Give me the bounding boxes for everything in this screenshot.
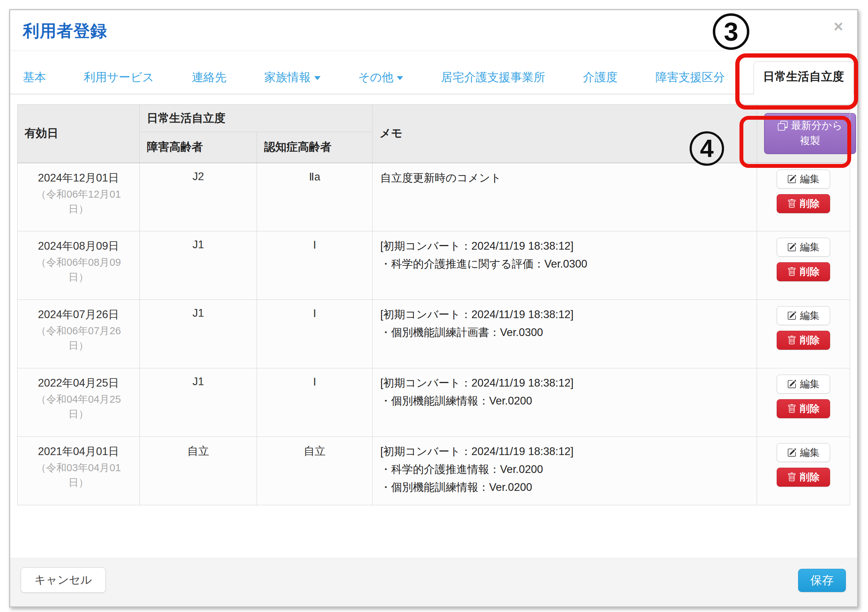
effective-date-cell: 2021年04月01日 （令和03年04月01日） xyxy=(17,437,140,505)
memo-line: 自立度更新時のコメント xyxy=(380,169,749,187)
dementia-elderly-cell: 自立 xyxy=(257,437,372,505)
edit-button[interactable]: 編集 xyxy=(777,375,830,394)
page-title: 利用者登録 xyxy=(23,20,845,42)
memo-line: [初期コンバート：2024/11/19 18:38:12] xyxy=(380,374,749,392)
delete-button[interactable]: 削除 xyxy=(777,331,830,350)
tab-family-info[interactable]: 家族情報 xyxy=(264,62,321,94)
col-header-disabled-elderly: 障害高齢者 xyxy=(140,132,257,163)
edit-button[interactable]: 編集 xyxy=(777,170,830,189)
tab-label: 居宅介護支援事業所 xyxy=(441,71,545,84)
trash-icon xyxy=(787,404,797,413)
cancel-button[interactable]: キャンセル xyxy=(21,567,106,593)
tab-label: 利用サービス xyxy=(84,71,154,84)
col-header-effective-date: 有効日 xyxy=(17,105,140,163)
tab-label: 障害支援区分 xyxy=(656,71,725,84)
close-icon[interactable]: × xyxy=(831,18,845,35)
edit-button-label: 編集 xyxy=(800,378,820,391)
effective-date-cell: 2022年04月25日 （令和04年04月25日） xyxy=(17,368,140,437)
actions-cell: 編集 削除 xyxy=(757,437,850,505)
memo-line: ・科学的介護推進情報：Ver.0200 xyxy=(380,460,749,478)
delete-button[interactable]: 削除 xyxy=(777,262,830,281)
memo-line: ・個別機能訓練計画書：Ver.0300 xyxy=(380,323,749,341)
disabled-elderly-cell: J1 xyxy=(140,231,257,300)
memo-line: ・個別機能訓練情報：Ver.0200 xyxy=(380,478,749,496)
tab-bar: 基本 利用サービス 連絡先 家族情報 その他 居宅介護支援事業所 介護度 障害支… xyxy=(10,62,857,95)
col-header-memo: メモ xyxy=(372,105,757,163)
user-registration-modal: 利用者登録 × 基本 利用サービス 連絡先 家族情報 その他 居宅介護支援事業所… xyxy=(9,9,858,607)
edit-icon xyxy=(787,243,797,252)
tab-services[interactable]: 利用サービス xyxy=(84,62,154,94)
tab-label: 基本 xyxy=(23,71,46,84)
tab-care-level[interactable]: 介護度 xyxy=(583,62,618,94)
tab-label: 家族情報 xyxy=(264,71,311,84)
trash-icon xyxy=(787,267,797,276)
disabled-elderly-cell: J2 xyxy=(140,163,257,231)
trash-icon xyxy=(787,199,797,208)
memo-cell: 自立度更新時のコメント xyxy=(372,163,757,231)
tab-basic[interactable]: 基本 xyxy=(23,62,46,94)
copy-icon xyxy=(778,121,787,131)
effective-date-cell: 2024年12月01日 （令和06年12月01日） xyxy=(17,163,140,231)
caret-down-icon xyxy=(397,76,403,80)
memo-line: [初期コンバート：2024/11/19 18:38:12] xyxy=(380,442,749,460)
tab-daily-life-independence[interactable]: 日常生活自立度 xyxy=(753,62,854,95)
delete-button[interactable]: 削除 xyxy=(777,468,830,487)
tab-contacts[interactable]: 連絡先 xyxy=(192,62,226,94)
disabled-elderly-cell: J1 xyxy=(140,368,257,437)
col-header-dementia-elderly: 認知症高齢者 xyxy=(257,132,372,163)
copy-from-latest-button[interactable]: 最新分から 複製 xyxy=(764,113,856,154)
actions-cell: 編集 削除 xyxy=(757,231,850,300)
table-row: 2022年04月25日 （令和04年04月25日） J1 Ⅰ [初期コンバート：… xyxy=(17,368,850,437)
effective-date-cell: 2024年08月09日 （令和06年08月09日） xyxy=(17,231,140,300)
dementia-elderly-cell: Ⅰ xyxy=(257,368,372,437)
delete-button[interactable]: 削除 xyxy=(777,194,830,213)
caret-down-icon xyxy=(314,76,321,80)
delete-button[interactable]: 削除 xyxy=(777,399,830,418)
edit-icon xyxy=(787,448,797,457)
edit-icon xyxy=(787,311,797,320)
disabled-elderly-cell: 自立 xyxy=(140,437,257,505)
save-button[interactable]: 保存 xyxy=(798,569,846,592)
table-row: 2021年04月01日 （令和03年04月01日） 自立 自立 [初期コンバート… xyxy=(17,437,850,505)
table-row: 2024年07月26日 （令和06年07月26日） J1 Ⅰ [初期コンバート：… xyxy=(17,300,850,368)
date-wareki: （令和06年12月01日） xyxy=(18,187,139,216)
trash-icon xyxy=(787,473,797,482)
col-header-group: 日常生活自立度 xyxy=(140,105,372,132)
date-wareki: （令和06年07月26日） xyxy=(18,323,139,353)
date-wareki: （令和04年04月25日） xyxy=(18,392,139,421)
memo-line: [初期コンバート：2024/11/19 18:38:12] xyxy=(380,305,749,323)
tab-home-care-support-office[interactable]: 居宅介護支援事業所 xyxy=(441,62,545,94)
memo-cell: [初期コンバート：2024/11/19 18:38:12] ・科学的介護推進に関… xyxy=(372,231,757,300)
modal-header: 利用者登録 × xyxy=(10,10,857,51)
table-row: 2024年08月09日 （令和06年08月09日） J1 Ⅰ [初期コンバート：… xyxy=(17,231,850,300)
edit-button-label: 編集 xyxy=(800,172,820,186)
date-wareki: （令和03年04月01日） xyxy=(18,460,139,490)
edit-button[interactable]: 編集 xyxy=(777,443,830,462)
memo-line: [初期コンバート：2024/11/19 18:38:12] xyxy=(380,237,749,255)
dementia-elderly-cell: Ⅱa xyxy=(257,163,372,231)
effective-date-cell: 2024年07月26日 （令和06年07月26日） xyxy=(17,300,140,368)
tab-others[interactable]: その他 xyxy=(358,62,403,94)
tab-label: 介護度 xyxy=(583,71,618,84)
edit-button[interactable]: 編集 xyxy=(777,238,830,257)
delete-button-label: 削除 xyxy=(800,333,820,347)
date-western: 2024年08月09日 xyxy=(18,239,139,254)
tab-disability-support-category[interactable]: 障害支援区分 xyxy=(656,62,725,94)
tab-label: 日常生活自立度 xyxy=(763,70,844,83)
disabled-elderly-cell: J1 xyxy=(140,300,257,368)
col-header-actions: 最新分から 複製 xyxy=(757,105,850,163)
date-wareki: （令和06年08月09日） xyxy=(18,255,139,284)
edit-icon xyxy=(787,380,797,389)
edit-button[interactable]: 編集 xyxy=(777,306,830,325)
trash-icon xyxy=(787,336,797,345)
delete-button-label: 削除 xyxy=(800,197,820,210)
tab-label: 連絡先 xyxy=(192,71,226,84)
dementia-elderly-cell: Ⅰ xyxy=(257,300,372,368)
date-western: 2024年07月26日 xyxy=(18,307,139,322)
actions-cell: 編集 削除 xyxy=(757,163,850,231)
edit-icon xyxy=(787,175,797,184)
memo-cell: [初期コンバート：2024/11/19 18:38:12] ・個別機能訓練計画書… xyxy=(372,300,757,368)
edit-button-label: 編集 xyxy=(800,240,820,254)
independence-table: 有効日 日常生活自立度 メモ 最新分から 複製 障害高 xyxy=(17,104,850,505)
date-western: 2024年12月01日 xyxy=(18,170,139,185)
